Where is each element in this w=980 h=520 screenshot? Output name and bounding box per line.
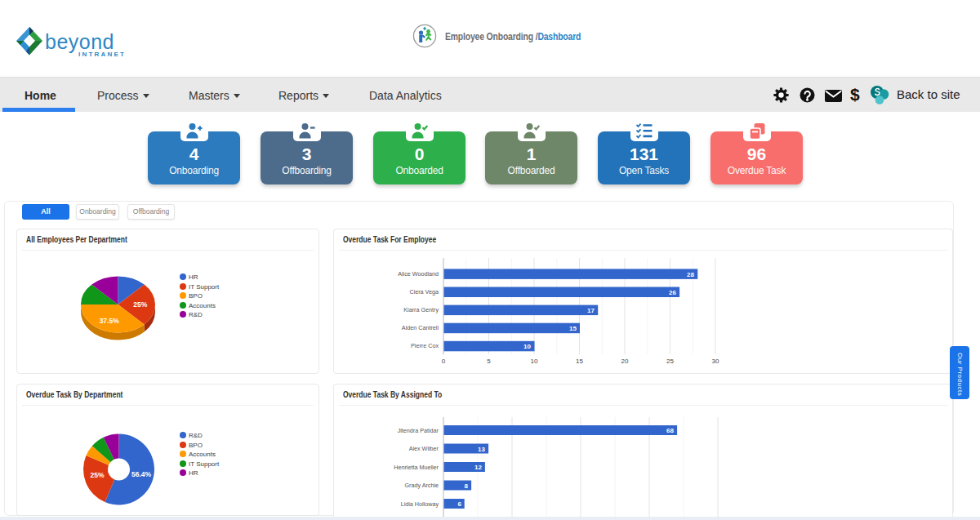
svg-text:6: 6	[458, 500, 462, 508]
svg-text:25%: 25%	[90, 471, 104, 479]
svg-text:17: 17	[587, 307, 595, 314]
svg-text:12: 12	[474, 464, 482, 471]
svg-text:Ciera Vega: Ciera Vega	[409, 288, 439, 296]
svg-text:68: 68	[666, 427, 674, 434]
svg-text:20: 20	[621, 358, 629, 365]
svg-text:25: 25	[666, 358, 674, 365]
svg-text:Grady Archie: Grady Archie	[404, 482, 439, 489]
svg-text:Kiarra Gentry: Kiarra Gentry	[403, 306, 439, 313]
svg-text:Lidia Holloway: Lidia Holloway	[401, 500, 439, 508]
svg-text:10: 10	[531, 358, 538, 365]
svg-text:8: 8	[465, 482, 469, 490]
svg-text:25%: 25%	[133, 300, 147, 309]
svg-text:37.5%: 37.5%	[100, 317, 120, 325]
svg-text:56.4%: 56.4%	[131, 470, 152, 478]
svg-text:26: 26	[669, 289, 676, 296]
svg-text:10: 10	[523, 343, 531, 350]
svg-text:Alden Cantrell: Alden Cantrell	[402, 324, 439, 331]
svg-text:Jitendra Patidar: Jitendra Patidar	[398, 427, 439, 434]
svg-text:15: 15	[576, 358, 583, 365]
svg-text:28: 28	[687, 271, 694, 278]
svg-text:Alex Wilber: Alex Wilber	[409, 445, 439, 452]
svg-text:Alice Woodland: Alice Woodland	[398, 270, 439, 278]
svg-text:0: 0	[442, 358, 446, 365]
svg-text:15: 15	[569, 325, 577, 332]
svg-text:Henrietta Mueller: Henrietta Mueller	[394, 464, 439, 471]
svg-text:Pierre Cox: Pierre Cox	[411, 342, 439, 349]
svg-text:5: 5	[487, 358, 491, 365]
svg-text:13: 13	[478, 446, 485, 453]
svg-text:30: 30	[712, 358, 719, 365]
